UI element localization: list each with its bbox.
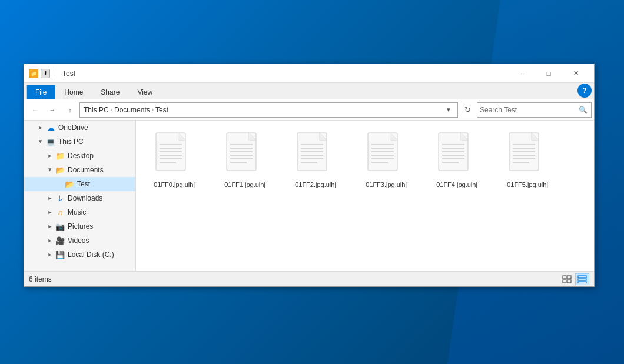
sidebar-item-onedrive[interactable]: ► ☁ OneDrive [24,121,135,135]
separator [55,68,55,79]
expand-arrow-onedrive: ► [36,123,45,132]
pictures-icon: 📷 [55,222,65,231]
file-name: 01FF2.jpg.uihj [295,181,336,188]
view-buttons [560,273,589,285]
file-area: 01FF0.jpg.uihj 01FF1.jpg. [136,121,594,271]
sidebar-item-pictures[interactable]: ► 📷 Pictures [24,219,135,233]
file-name: 01FF0.jpg.uihj [154,181,195,188]
file-icon [154,132,195,179]
close-button[interactable]: ✕ [562,64,589,83]
path-dropdown-btn[interactable]: ▼ [443,106,454,113]
svg-rect-56 [563,280,566,283]
path-arrow-1: › [111,106,112,113]
path-arrow-2: › [152,106,154,113]
svg-rect-57 [567,280,571,283]
sidebar-item-desktop[interactable]: ► 📁 Desktop [24,149,135,163]
svg-rect-55 [567,276,571,279]
file-name: 01FF5.jpg.uihj [507,181,548,188]
title-bar: 📁 ⬇ Test ─ □ ✕ [24,64,594,83]
documents-icon: 📂 [55,166,65,174]
tab-view[interactable]: View [128,85,161,99]
search-box: 🔍 [477,102,592,118]
file-item[interactable]: 01FF3.jpg.uihj [354,126,419,193]
file-name: 01FF1.jpg.uihj [224,181,265,188]
file-name: 01FF4.jpg.uihj [436,181,477,188]
file-icon [295,132,336,179]
path-segment-test: Test [155,106,168,114]
sidebar-item-music[interactable]: ► ♫ Music [24,205,135,219]
svg-rect-58 [578,276,586,278]
svg-rect-59 [578,279,586,280]
path-segment-thispc: This PC [84,106,109,114]
quick-access-icon: ⬇ [41,69,50,78]
sidebar: ► ☁ OneDrive ► 💻 This PC ► 📁 Desktop ► 📂… [24,121,136,271]
sidebar-label-desktop: Desktop [68,152,94,160]
sidebar-label-thispc: This PC [58,138,84,146]
file-item[interactable]: 01FF0.jpg.uihj [142,126,207,193]
maximize-button[interactable]: □ [535,64,562,83]
address-path[interactable]: This PC › Documents › Test ▼ [79,102,458,118]
videos-icon: 🎥 [55,236,65,245]
desktop-icon: 📁 [55,152,65,160]
pc-icon: 💻 [45,138,56,146]
grid-view-button[interactable] [560,273,574,285]
expand-arrow-desktop: ► [45,151,55,161]
file-item[interactable]: 01FF1.jpg.uihj [213,126,277,193]
svg-rect-54 [563,276,566,279]
sidebar-label-localdisk: Local Disk (C:) [68,251,114,259]
drive-icon: 💾 [55,251,65,259]
tab-share[interactable]: Share [92,85,128,99]
window-title: Test [62,69,508,78]
sidebar-item-videos[interactable]: ► 🎥 Videos [24,233,135,248]
expand-arrow-music: ► [45,208,55,217]
file-icon [366,132,407,179]
sidebar-item-downloads[interactable]: ► ⇓ Downloads [24,191,135,205]
ribbon-tabs: File Home Share View ? [24,83,594,99]
list-view-button[interactable] [575,273,589,285]
window-controls: ─ □ ✕ [508,64,589,83]
sidebar-item-documents[interactable]: ► 📂 Documents [24,163,135,177]
sidebar-label-documents: Documents [68,166,104,174]
expand-arrow-videos: ► [45,236,55,245]
file-icon [224,132,265,179]
minimize-button[interactable]: ─ [508,64,535,83]
sidebar-label-music: Music [68,208,86,216]
explorer-window: 📁 ⬇ Test ─ □ ✕ File Home Share View ? ← … [24,64,595,287]
back-button[interactable]: ← [26,102,43,118]
expand-arrow-documents: ► [45,165,55,175]
search-icon[interactable]: 🔍 [577,104,589,116]
file-item[interactable]: 01FF4.jpg.uihj [424,126,489,193]
expand-arrow-localdisk: ► [45,250,55,259]
sidebar-item-thispc[interactable]: ► 💻 This PC [24,135,135,149]
title-icons: 📁 ⬇ [29,68,58,79]
forward-button[interactable]: → [44,102,61,118]
search-input[interactable] [480,106,577,114]
file-name: 01FF3.jpg.uihj [366,181,407,188]
tab-home[interactable]: Home [55,85,92,99]
expand-arrow-pictures: ► [45,222,55,231]
downloads-icon: ⇓ [55,194,65,202]
refresh-button[interactable]: ↻ [459,102,476,118]
address-bar: ← → ↑ This PC › Documents › Test ▼ ↻ 🔍 [24,99,594,121]
svg-rect-60 [578,282,586,283]
sidebar-label-downloads: Downloads [68,194,102,202]
file-item[interactable]: 01FF5.jpg.uihj [495,126,560,193]
file-item[interactable]: 01FF2.jpg.uihj [283,126,348,193]
expand-arrow-thispc: ► [36,137,45,146]
up-button[interactable]: ↑ [62,102,78,118]
file-icon [507,132,548,179]
sidebar-item-test[interactable]: ► 📂 Test [24,177,135,191]
help-button[interactable]: ? [577,84,592,98]
sidebar-label-pictures: Pictures [68,222,93,231]
onedrive-icon: ☁ [45,123,56,132]
status-item-count: 6 items [29,275,560,283]
path-segment-documents: Documents [114,106,150,114]
sidebar-item-localdisk[interactable]: ► 💾 Local Disk (C:) [24,248,135,262]
folder-icon: 📁 [29,69,38,78]
tab-file[interactable]: File [26,85,55,99]
sidebar-label-onedrive: OneDrive [58,123,88,132]
content-area: ► ☁ OneDrive ► 💻 This PC ► 📁 Desktop ► 📂… [24,121,594,271]
sidebar-label-videos: Videos [68,236,89,245]
status-bar: 6 items [24,271,594,286]
file-icon [436,132,477,179]
